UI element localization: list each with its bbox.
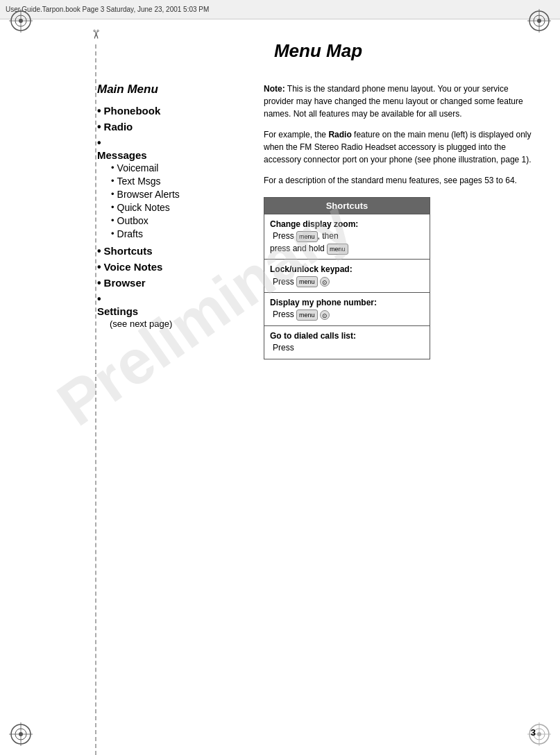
shortcut-display-number: Display my phone number: Press menu ⊙ (264, 292, 430, 325)
shortcut-lock-detail: Press menu ⊙ (273, 277, 330, 287)
page-container: User.Guide.Tarpon.book Page 3 Saturday, … (0, 0, 560, 755)
shortcuts-table-header: Shortcuts (264, 198, 430, 214)
menu-item-phonebook: Phonebook (97, 105, 243, 117)
two-column-layout: Main Menu Phonebook Radio Messages Voice… (97, 83, 539, 359)
table-row: Display my phone number: Press menu ⊙ (264, 292, 430, 325)
content-area: Menu Map Main Menu Phonebook Radio Messa… (97, 19, 539, 741)
header-bar: User.Guide.Tarpon.book Page 3 Saturday, … (0, 0, 560, 19)
menu-key-icon: menu (296, 231, 318, 242)
end-key-icon: ⊙ (320, 277, 330, 287)
main-menu-heading: Main Menu (97, 83, 243, 96)
submenu-drafts: Drafts (111, 228, 180, 239)
shortcut-lock-title: Lock/unlock keypad: (270, 264, 353, 274)
submenu-quick-notes: Quick Notes (111, 202, 180, 213)
table-row: Lock/unlock keypad: Press menu ⊙ (264, 260, 430, 293)
shortcut-display-title: Display my phone number: (270, 298, 377, 307)
note-body: This is the standard phone menu layout. … (264, 84, 523, 119)
end-key-icon-2: ⊙ (320, 310, 330, 320)
menu-item-browser: Browser (97, 277, 243, 289)
see-next-page: (see next page) (110, 319, 172, 329)
submenu-browser-alerts: Browser Alerts (111, 189, 180, 200)
radio-bold: Radio (328, 130, 351, 139)
dashed-line (95, 44, 96, 755)
menu-key-icon-2: menu (327, 244, 348, 255)
page-number: 3 (531, 727, 536, 738)
shortcut-lock-keypad: Lock/unlock keypad: Press menu ⊙ (264, 260, 430, 293)
menu-item-settings: Settings (see next page) (97, 293, 243, 329)
shortcut-change-zoom-title: Change display zoom: (270, 219, 358, 229)
table-row: Change display zoom: Press menu, then pr… (264, 214, 430, 260)
shortcuts-table: Shortcuts Change display zoom: Press men… (264, 197, 430, 359)
right-column: Note: This is the standard phone menu la… (264, 83, 539, 359)
main-menu-list: Phonebook Radio Messages Voicemail Text … (97, 105, 243, 329)
shortcut-dialed-title: Go to dialed calls list: (270, 331, 356, 341)
shortcut-dialed-calls: Go to dialed calls list: Press (264, 325, 430, 359)
table-row: Go to dialed calls list: Press (264, 325, 430, 359)
submenu-text-msgs: Text Msgs (111, 176, 180, 187)
menu-key-icon-3: menu (296, 276, 318, 287)
shortcut-dialed-detail: Press (273, 343, 294, 353)
shortcut-change-zoom-detail: Press menu, then press and hold menu (270, 231, 348, 253)
menu-item-voice-notes: Voice Notes (97, 261, 243, 273)
menu-item-messages: Messages Voicemail Text Msgs Browser Ale… (97, 137, 243, 241)
menu-item-shortcuts: Shortcuts (97, 245, 243, 257)
description-paragraph: For a description of the standard menu f… (264, 174, 539, 187)
menu-item-radio: Radio (97, 121, 243, 133)
menu-key-icon-4: menu (296, 309, 318, 321)
radio-paragraph: For example, the Radio feature on the ma… (264, 128, 539, 166)
corner-mark-bl (7, 720, 35, 748)
page-title: Menu Map (97, 40, 539, 62)
corner-mark-tl (7, 7, 35, 35)
shortcut-display-detail: Press menu ⊙ (273, 309, 330, 319)
header-text: User.Guide.Tarpon.book Page 3 Saturday, … (6, 6, 209, 13)
note-paragraph: Note: This is the standard phone menu la… (264, 83, 539, 120)
submenu-voicemail: Voicemail (111, 162, 180, 173)
messages-submenu: Voicemail Text Msgs Browser Alerts Quick… (111, 162, 180, 241)
submenu-outbox: Outbox (111, 215, 180, 226)
shortcut-change-zoom: Change display zoom: Press menu, then pr… (264, 214, 430, 260)
left-column: Main Menu Phonebook Radio Messages Voice… (97, 83, 243, 332)
note-label: Note: (264, 84, 285, 94)
